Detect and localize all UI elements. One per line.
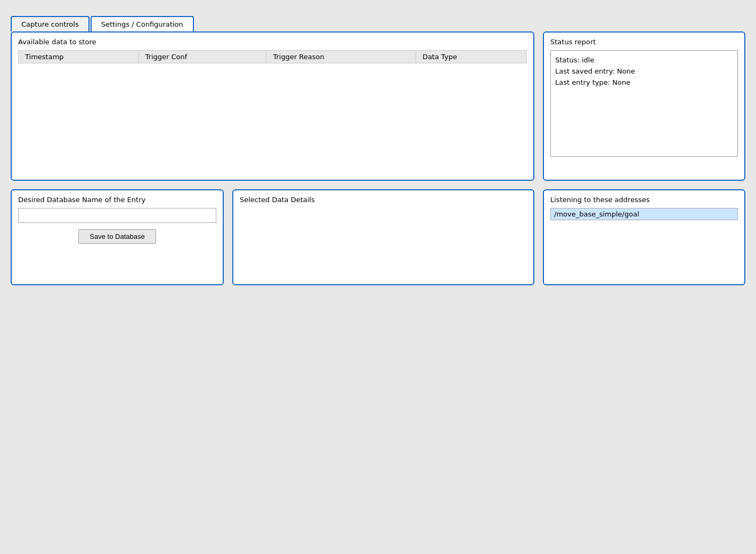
col-timestamp: Timestamp: [19, 51, 139, 63]
selected-data-title: Selected Data Details: [240, 196, 527, 204]
db-name-title: Desired Database Name of the Entry: [18, 196, 216, 204]
last-saved-line: Last saved entry: None: [555, 66, 733, 77]
top-row: Available data to store Timestamp Trigge…: [11, 31, 745, 181]
tab-settings-configuration[interactable]: Settings / Configuration: [91, 16, 194, 31]
listening-title: Listening to these addresses: [550, 196, 738, 204]
tabs-bar: Capture controls Settings / Configuratio…: [11, 16, 745, 31]
last-entry-type-line: Last entry type: None: [555, 77, 733, 89]
save-to-database-button[interactable]: Save to Database: [78, 229, 156, 244]
available-data-panel: Available data to store Timestamp Trigge…: [11, 31, 534, 181]
col-trigger-reason: Trigger Reason: [266, 51, 416, 63]
available-data-title: Available data to store: [18, 38, 527, 46]
listening-address-0: /move_base_simple/goal: [550, 208, 738, 220]
bottom-row: Desired Database Name of the Entry Save …: [11, 189, 745, 285]
status-report-panel: Status report Status: idle Last saved en…: [543, 31, 745, 181]
status-text-box: Status: idle Last saved entry: None Last…: [550, 50, 738, 157]
status-report-title: Status report: [550, 38, 738, 46]
col-trigger-conf: Trigger Conf: [139, 51, 266, 63]
tab-capture-controls[interactable]: Capture controls: [11, 16, 90, 31]
main-container: Capture controls Settings / Configuratio…: [0, 11, 756, 291]
db-name-panel: Desired Database Name of the Entry Save …: [11, 189, 224, 285]
listening-panel: Listening to these addresses /move_base_…: [543, 189, 745, 285]
table-header-row: Timestamp Trigger Conf Trigger Reason Da…: [19, 51, 527, 63]
available-data-table: Timestamp Trigger Conf Trigger Reason Da…: [18, 50, 527, 63]
col-data-type: Data Type: [416, 51, 526, 63]
status-line: Status: idle: [555, 55, 733, 66]
selected-data-panel: Selected Data Details: [232, 189, 534, 285]
db-name-input[interactable]: [18, 208, 216, 223]
